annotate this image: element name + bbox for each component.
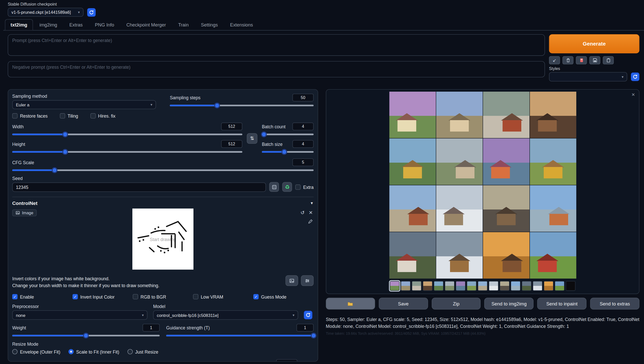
resize-option-envelope-outer-fit-[interactable]: Envelope (Outer Fit)	[12, 349, 60, 354]
gallery-thumbnail-7[interactable]	[456, 281, 465, 291]
gallery-image-15[interactable]	[483, 232, 529, 278]
styles-dropdown[interactable]: ▾	[549, 72, 627, 81]
open-output-folder-button[interactable]	[326, 298, 375, 310]
send-to-inpaint-button[interactable]: Send to inpaint	[537, 298, 586, 310]
prompt-input[interactable]	[8, 34, 545, 56]
batch-count-value[interactable]: 4	[292, 123, 314, 130]
save-style-button[interactable]	[589, 56, 600, 64]
gallery-thumbnail-5[interactable]	[434, 281, 443, 291]
batch-size-value[interactable]: 4	[292, 140, 314, 148]
tab-train[interactable]: Train	[173, 19, 194, 30]
gallery-thumbnail-3[interactable]	[412, 281, 422, 291]
gallery-thumbnail-13[interactable]	[522, 281, 531, 291]
gallery-thumbnail-9[interactable]	[478, 281, 487, 291]
clear-image-button[interactable]: ✕	[309, 210, 313, 215]
slider-thumb[interactable]	[83, 333, 88, 338]
gallery-image-7[interactable]	[483, 138, 529, 185]
gallery-image-3[interactable]	[483, 92, 529, 138]
gallery-thumbnail-16[interactable]	[555, 281, 564, 291]
tab-checkpoint-merger[interactable]: Checkpoint Merger	[121, 19, 172, 30]
tab-extras[interactable]: Extras	[64, 19, 88, 30]
gallery-image-4[interactable]	[530, 92, 576, 138]
paste-params-button[interactable]: ↙	[549, 56, 560, 64]
extra-networks-button[interactable]	[576, 56, 587, 64]
seed-input[interactable]	[12, 183, 266, 192]
guidance-strength-slider[interactable]	[166, 335, 314, 336]
batch-size-slider[interactable]	[262, 151, 314, 153]
resize-option-just-resize[interactable]: Just Resize	[128, 349, 158, 354]
slider-thumb[interactable]	[261, 132, 266, 137]
gallery-thumbnail-1[interactable]	[390, 281, 399, 291]
adjustments-button[interactable]	[301, 275, 314, 286]
gallery-thumbnail-12[interactable]	[511, 281, 520, 291]
invert-input-color-checkbox[interactable]: Invert Input Color	[73, 294, 133, 299]
controlnet-enable-checkbox[interactable]: Enable	[12, 294, 73, 299]
gallery-thumbnail-11[interactable]	[500, 281, 509, 291]
new-canvas-button[interactable]	[286, 275, 298, 286]
rgb-to-bgr-checkbox[interactable]: RGB to BGR	[133, 294, 193, 299]
gallery-image-8[interactable]	[530, 138, 576, 185]
gallery-thumbnail-10[interactable]	[489, 281, 498, 291]
hires-fix-checkbox[interactable]: Hires. fix	[90, 113, 116, 119]
gallery-thumbnail-14[interactable]	[533, 281, 542, 291]
guess-mode-checkbox[interactable]: Guess Mode	[253, 294, 314, 299]
gallery-thumbnail-17-scribble-map[interactable]	[566, 281, 575, 291]
save-button[interactable]: Save	[379, 298, 428, 310]
controlnet-accordion-header[interactable]: ControlNet ▼	[12, 200, 314, 206]
gallery-image-11[interactable]	[483, 185, 529, 232]
sampling-steps-value[interactable]: 50	[292, 94, 314, 101]
resize-option-scale-to-fit-inner-fit-[interactable]: Scale to Fit (Inner Fit)	[68, 349, 119, 354]
controlnet-weight-value[interactable]: 1	[143, 324, 160, 331]
refresh-checkpoints-button[interactable]	[87, 8, 96, 17]
height-slider[interactable]	[12, 151, 242, 153]
canvas-width-value[interactable]: 512	[276, 359, 297, 362]
close-gallery-button[interactable]: ×	[632, 92, 635, 97]
tab-settings[interactable]: Settings	[195, 19, 223, 30]
cfg-scale-slider[interactable]	[12, 170, 314, 171]
gallery-thumbnail-2[interactable]	[401, 281, 410, 291]
cfg-scale-value[interactable]: 5	[292, 158, 314, 166]
send-to-extras-button[interactable]: Send to extras	[590, 298, 639, 310]
slider-thumb[interactable]	[215, 103, 220, 108]
slider-thumb[interactable]	[63, 149, 67, 154]
reuse-seed-button[interactable]: ♻	[282, 182, 292, 192]
slider-thumb[interactable]	[63, 132, 67, 137]
gallery-image-6[interactable]	[436, 138, 482, 185]
gallery-image-10[interactable]	[436, 185, 482, 232]
checkpoint-dropdown[interactable]: v1-5-pruned.ckpt [e1441589a6] ▾	[8, 8, 83, 17]
tab-extensions[interactable]: Extensions	[224, 19, 259, 30]
sampling-steps-slider[interactable]	[170, 105, 314, 106]
brush-tool-button[interactable]	[308, 219, 313, 224]
gallery-image-2[interactable]	[436, 92, 482, 138]
gallery-image-14[interactable]	[436, 232, 482, 278]
controlnet-weight-slider[interactable]	[12, 335, 160, 336]
gallery-image-13[interactable]	[389, 232, 436, 278]
generate-button[interactable]: Generate	[549, 34, 639, 53]
refresh-styles-button[interactable]	[631, 73, 639, 81]
gallery-image-5[interactable]	[389, 138, 436, 185]
clear-prompt-button[interactable]	[563, 56, 573, 64]
zip-button[interactable]: Zip	[431, 298, 481, 310]
guidance-strength-value[interactable]: 1	[297, 324, 314, 331]
gallery-image-9[interactable]	[389, 185, 436, 232]
tiling-checkbox[interactable]: Tiling	[60, 113, 78, 119]
width-value[interactable]: 512	[221, 123, 242, 130]
width-slider[interactable]	[12, 134, 242, 135]
slider-thumb[interactable]	[282, 149, 287, 154]
apply-style-button[interactable]	[603, 56, 614, 64]
gallery-thumbnail-8[interactable]	[467, 281, 477, 291]
gallery-thumbnail-6[interactable]	[445, 281, 454, 291]
slider-thumb[interactable]	[52, 168, 57, 173]
undo-drawing-button[interactable]: ↺	[301, 210, 305, 215]
seed-extra-checkbox[interactable]: Extra	[296, 185, 314, 190]
tab-txt2img[interactable]: txt2img	[5, 19, 33, 30]
controlnet-image-tab[interactable]: Image	[12, 209, 37, 216]
gallery-image-1[interactable]	[389, 92, 436, 138]
height-value[interactable]: 512	[221, 140, 242, 148]
gallery-image-16[interactable]	[530, 232, 576, 278]
controlnet-drawing-canvas[interactable]: Start drawing	[132, 208, 193, 270]
gallery-thumbnail-4[interactable]	[423, 281, 432, 291]
gallery-thumbnail-15[interactable]	[544, 281, 553, 291]
controlnet-model-dropdown[interactable]: control_scribble-fp16 [c508311e] ▾	[153, 310, 298, 320]
low-vram-checkbox[interactable]: Low VRAM	[193, 294, 253, 299]
